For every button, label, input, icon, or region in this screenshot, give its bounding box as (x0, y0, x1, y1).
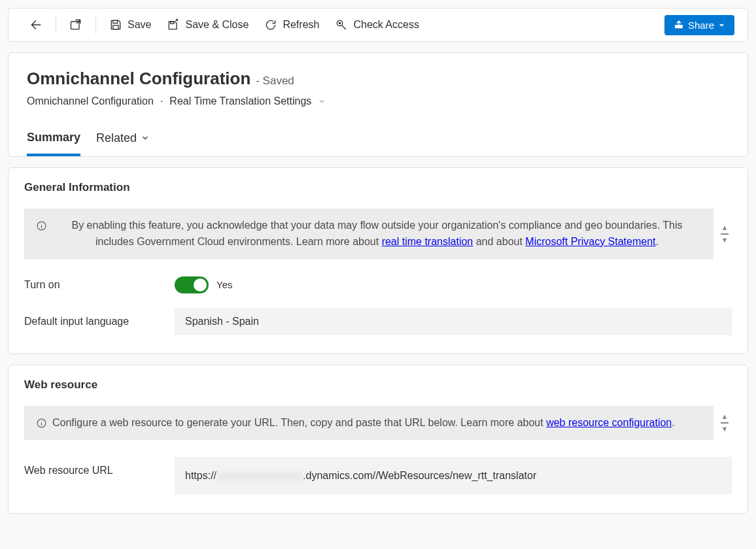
breadcrumb: Omnichannel Configuration · Real Time Tr… (27, 95, 729, 107)
separator (56, 16, 56, 34)
web-resource-url-input[interactable]: https://.dynamics.com//WebResources/new_… (175, 457, 732, 495)
chevron-down-icon[interactable] (318, 97, 326, 105)
scroll-up-icon: ▲ (721, 224, 729, 231)
breadcrumb-entity: Omnichannel Configuration (27, 95, 154, 107)
svg-point-5 (339, 22, 341, 24)
scroll-indicator[interactable]: ▲ ▼ (717, 208, 732, 259)
turn-on-toggle[interactable] (175, 276, 209, 293)
info-text-2: and about (473, 236, 525, 247)
share-button[interactable]: Share (664, 15, 734, 35)
share-label: Share (688, 20, 714, 31)
scroll-down-icon: ▼ (721, 237, 729, 244)
info-period: . (656, 236, 659, 247)
tab-summary[interactable]: Summary (27, 124, 80, 156)
tab-related-label: Related (96, 131, 137, 145)
chevron-down-icon (718, 22, 725, 29)
breadcrumb-form[interactable]: Real Time Translation Settings (169, 95, 311, 107)
url-redacted (217, 472, 302, 481)
tab-list: Summary Related (27, 124, 729, 156)
record-header: Omnichannel Configuration - Saved Omnich… (8, 52, 748, 157)
saved-status: - Saved (256, 75, 294, 87)
info-banner-web-resource: Configure a web resource to generate you… (24, 406, 713, 441)
popout-icon (69, 18, 82, 31)
check-access-label: Check Access (353, 19, 419, 31)
section-title-web-resource: Web resource (24, 378, 732, 391)
back-button[interactable] (22, 14, 49, 36)
field-default-language: Default input language Spanish - Spain (24, 308, 732, 335)
arrow-left-icon (28, 18, 43, 32)
separator (95, 16, 96, 34)
section-web-resource: Web resource Configure a web resource to… (8, 365, 748, 514)
save-label: Save (128, 19, 151, 31)
wr-info-text-1: Configure a web resource to generate you… (52, 417, 546, 428)
save-close-icon (167, 18, 180, 31)
svg-rect-2 (113, 25, 118, 29)
chevron-down-icon (141, 133, 150, 142)
check-access-button[interactable]: Check Access (328, 14, 425, 35)
save-icon (109, 18, 122, 31)
web-resource-url-label: Web resource URL (24, 457, 175, 476)
open-new-window-button[interactable] (63, 14, 89, 35)
refresh-label: Refresh (283, 19, 319, 31)
svg-rect-1 (113, 20, 118, 23)
check-access-icon (335, 18, 348, 31)
scroll-up-icon: ▲ (721, 413, 729, 420)
scroll-track-icon (721, 233, 729, 235)
field-web-resource-url: Web resource URL https://.dynamics.com//… (24, 457, 732, 495)
refresh-icon (264, 18, 277, 31)
tab-related[interactable]: Related (96, 124, 150, 156)
toggle-knob (194, 278, 207, 291)
scroll-down-icon: ▼ (721, 425, 729, 433)
section-general: General Information By enabling this fea… (8, 167, 748, 354)
svg-rect-3 (171, 22, 174, 24)
refresh-button[interactable]: Refresh (258, 14, 326, 35)
scroll-track-icon (721, 422, 729, 424)
section-title-general: General Information (24, 181, 732, 194)
info-banner-general: By enabling this feature, you acknowledg… (24, 208, 713, 259)
url-prefix: https:// (185, 470, 216, 481)
save-close-label: Save & Close (185, 19, 249, 31)
link-privacy-statement[interactable]: Microsoft Privacy Statement (525, 236, 655, 247)
wr-info-period: . (672, 417, 674, 428)
save-close-button[interactable]: Save & Close (160, 14, 255, 35)
tab-summary-label: Summary (27, 131, 80, 144)
default-language-select[interactable]: Spanish - Spain (175, 308, 732, 335)
turn-on-label: Turn on (24, 279, 175, 291)
link-web-resource-config[interactable]: web resource configuration (546, 417, 672, 428)
url-suffix: .dynamics.com//WebResources/new_rtt_tran… (303, 470, 536, 481)
share-icon (674, 20, 684, 30)
breadcrumb-separator: · (160, 95, 163, 107)
info-icon (36, 220, 47, 231)
turn-on-value: Yes (216, 279, 232, 290)
page-title: Omnichannel Configuration (27, 69, 250, 89)
field-turn-on: Turn on Yes (24, 276, 732, 293)
save-button[interactable]: Save (103, 14, 158, 35)
info-icon (36, 418, 47, 429)
scroll-indicator[interactable]: ▲ ▼ (717, 406, 732, 441)
default-language-label: Default input language (24, 316, 175, 327)
command-bar: Save Save & Close Refresh Check Access S… (8, 8, 748, 42)
link-real-time-translation[interactable]: real time translation (382, 236, 473, 247)
